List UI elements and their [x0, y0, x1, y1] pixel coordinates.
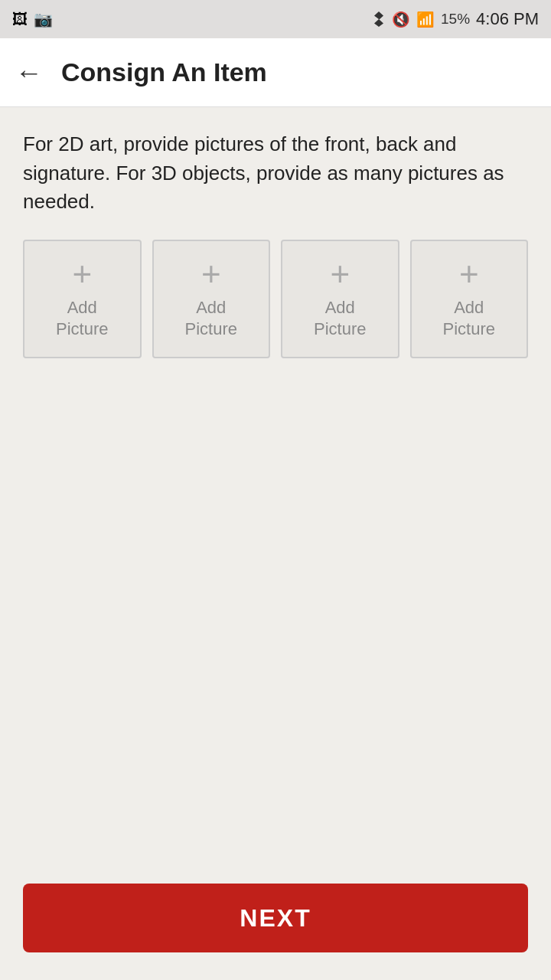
battery-text: 15%	[441, 11, 470, 28]
instructions-text: For 2D art, provide pictures of the fron…	[23, 130, 528, 217]
bluetooth-icon	[372, 11, 386, 28]
status-bar-right-icons: 🔇 📶 15% 4:06 PM	[372, 9, 539, 29]
status-bar: 🖼 📷 🔇 📶 15% 4:06 PM	[0, 0, 551, 38]
mute-icon: 🔇	[392, 11, 410, 28]
photo-icon: 🖼	[12, 11, 28, 28]
wifi-icon: 📶	[416, 11, 435, 28]
screen-icon: 📷	[34, 10, 53, 28]
add-picture-label-1: AddPicture	[56, 297, 108, 341]
add-picture-2[interactable]: + AddPicture	[152, 240, 271, 358]
add-picture-label-3: AddPicture	[314, 297, 366, 341]
main-content: For 2D art, provide pictures of the fron…	[0, 107, 551, 868]
add-picture-3[interactable]: + AddPicture	[281, 240, 399, 358]
next-button-container: NEXT	[0, 868, 551, 980]
next-button[interactable]: NEXT	[23, 884, 528, 952]
add-plus-icon-1: +	[72, 257, 92, 291]
add-plus-icon-4: +	[459, 257, 479, 291]
picture-grid: + AddPicture + AddPicture + AddPicture +…	[23, 240, 528, 358]
add-picture-label-2: AddPicture	[185, 297, 237, 341]
page-title: Consign An Item	[61, 57, 267, 87]
add-plus-icon-3: +	[330, 257, 350, 291]
add-plus-icon-2: +	[201, 257, 221, 291]
add-picture-label-4: AddPicture	[443, 297, 495, 341]
back-button[interactable]: ←	[15, 59, 43, 87]
status-bar-left-icons: 🖼 📷	[12, 10, 53, 28]
status-time: 4:06 PM	[476, 9, 539, 29]
header: ← Consign An Item	[0, 38, 551, 107]
add-picture-1[interactable]: + AddPicture	[23, 240, 142, 358]
add-picture-4[interactable]: + AddPicture	[410, 240, 529, 358]
